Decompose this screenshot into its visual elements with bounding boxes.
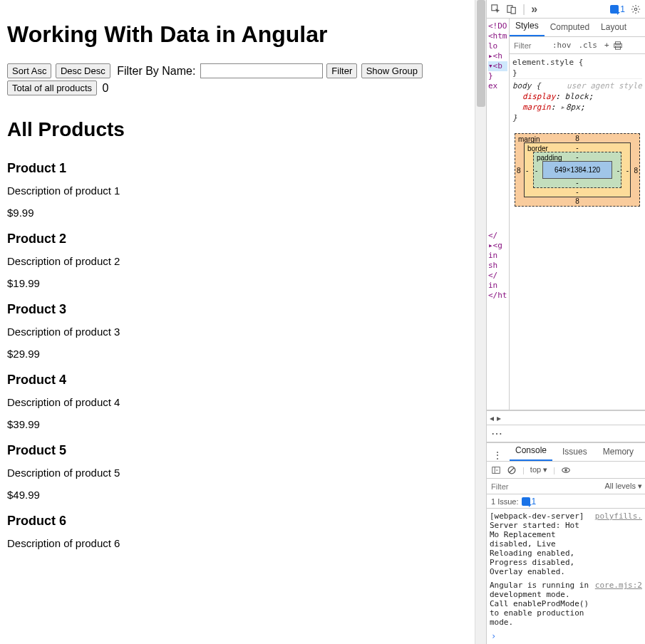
- product-name: Product 4: [7, 373, 468, 388]
- product-price: $49.99: [7, 489, 468, 501]
- console-prompt[interactable]: ›: [490, 631, 642, 641]
- live-expression-icon[interactable]: [561, 465, 571, 475]
- total-button[interactable]: Total of all products: [7, 80, 97, 95]
- elements-nav[interactable]: ◂▸: [487, 410, 645, 425]
- product-price: $39.99: [7, 418, 468, 430]
- console-filter-input[interactable]: [487, 481, 602, 492]
- svg-point-12: [564, 469, 567, 472]
- product-description: Description of product 4: [7, 396, 468, 408]
- filter-button[interactable]: Filter: [326, 63, 357, 78]
- issues-badge[interactable]: 1: [610, 4, 625, 14]
- tab-styles[interactable]: Styles: [510, 16, 545, 36]
- products-heading: All Products: [7, 118, 468, 141]
- app-page: Working With Data in Angular Sort Asc De…: [0, 0, 475, 644]
- console-source-link[interactable]: core.mjs:2: [595, 581, 642, 627]
- devtools-panel: | » 1 <!DO<htm lo ▸<h ▾<b } ex </ ▸<g in…: [486, 0, 645, 644]
- product-name: Product 5: [7, 443, 468, 458]
- product-name: Product 1: [7, 161, 468, 176]
- context-selector[interactable]: top ▾: [530, 465, 547, 474]
- more-row[interactable]: ⋯: [487, 425, 645, 442]
- sort-desc-button[interactable]: Desc Desc: [56, 63, 110, 78]
- hov-toggle[interactable]: :hov: [549, 41, 575, 50]
- product-name: Product 6: [7, 514, 468, 529]
- product-price: $9.99: [7, 207, 468, 219]
- style-rules[interactable]: element.style { } user agent style body …: [510, 54, 645, 410]
- issues-summary[interactable]: 1 Issue: 1: [487, 494, 645, 509]
- total-value: 0: [102, 82, 108, 94]
- scroll-thumb[interactable]: [477, 0, 485, 107]
- box-model[interactable]: margin 8 8 8 8 border - - - -: [515, 133, 640, 207]
- product-description: Description of product 2: [7, 255, 468, 267]
- sort-asc-button[interactable]: Sort Asc: [7, 63, 51, 78]
- clear-console-icon[interactable]: [507, 465, 517, 475]
- add-style-icon[interactable]: +: [601, 41, 613, 50]
- product-name: Product 2: [7, 232, 468, 246]
- product-description: Description of product 5: [7, 467, 468, 479]
- elements-tree[interactable]: <!DO<htm lo ▸<h ▾<b } ex </ ▸<g in sh </…: [487, 19, 510, 410]
- show-group-button[interactable]: Show Group: [361, 63, 423, 78]
- log-levels-selector[interactable]: All levels ▾: [602, 482, 645, 491]
- product-description: Description of product 3: [7, 326, 468, 338]
- tab-computed[interactable]: Computed: [545, 18, 595, 36]
- svg-point-3: [634, 8, 637, 11]
- settings-icon[interactable]: [631, 4, 641, 14]
- drawer-tab-issues[interactable]: Issues: [557, 442, 593, 461]
- page-title: Working With Data in Angular: [7, 21, 468, 48]
- console-drawer: ⋮ Console Issues Memory | top ▾ |: [487, 442, 645, 644]
- console-source-link[interactable]: polyfills.: [595, 511, 642, 576]
- console-message: Angular is running in development mode. …: [490, 581, 592, 627]
- drawer-menu-icon[interactable]: ⋮: [490, 450, 505, 461]
- styles-pane: Styles Computed Layout :hov .cls + eleme…: [510, 19, 645, 410]
- drawer-tab-memory[interactable]: Memory: [597, 442, 639, 461]
- console-message: [webpack-dev-server] Server started: Hot…: [490, 511, 592, 576]
- drawer-tab-console[interactable]: Console: [510, 441, 552, 461]
- page-scrollbar[interactable]: [475, 0, 486, 644]
- more-tabs-icon[interactable]: »: [531, 3, 537, 16]
- product-description: Description of product 6: [7, 537, 468, 549]
- console-sidebar-icon[interactable]: [491, 465, 501, 475]
- cls-toggle[interactable]: .cls: [575, 41, 602, 50]
- filter-label: Filter By Name:: [117, 65, 195, 77]
- product-price: $19.99: [7, 277, 468, 289]
- print-media-icon[interactable]: [613, 41, 623, 51]
- styles-filter-input[interactable]: [510, 39, 549, 52]
- product-list: Product 1Description of product 1$9.99Pr…: [7, 161, 468, 549]
- inspect-icon[interactable]: [491, 4, 501, 14]
- svg-rect-2: [511, 7, 515, 14]
- device-toggle-icon[interactable]: [507, 4, 517, 14]
- console-output[interactable]: [webpack-dev-server] Server started: Hot…: [487, 509, 645, 644]
- tab-layout[interactable]: Layout: [595, 18, 632, 36]
- product-description: Description of product 1: [7, 185, 468, 197]
- filter-input[interactable]: [200, 63, 323, 78]
- product-name: Product 3: [7, 302, 468, 317]
- svg-line-10: [510, 467, 515, 472]
- product-price: $29.99: [7, 348, 468, 360]
